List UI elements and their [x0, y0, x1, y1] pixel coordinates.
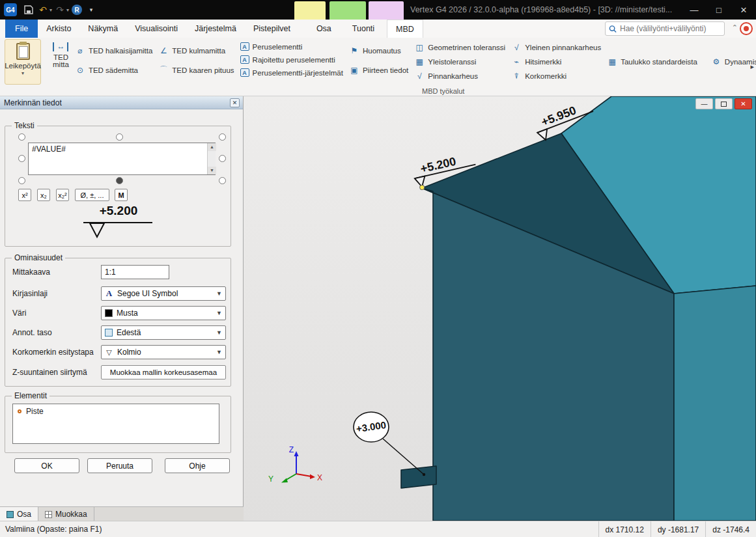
piirteen-tiedot-button[interactable]: ▣Piirteen tiedot [349, 65, 408, 75]
mittakaava-input[interactable] [101, 265, 169, 279]
point-icon [18, 409, 21, 413]
align-radio-top-left[interactable] [18, 133, 25, 141]
subsuperscript-button[interactable]: x₂² [56, 189, 69, 201]
peruselementti-jarjestelmat-button[interactable]: APeruselementti-järjestelmät [240, 68, 343, 77]
doc-close-button[interactable]: ✕ [735, 98, 752, 109]
align-radio-top-center[interactable] [116, 133, 123, 141]
tab-jarjestelma[interactable]: Järjestelmä [186, 20, 245, 38]
align-radio-bottom-right[interactable] [219, 177, 226, 184]
model-side-face[interactable] [674, 286, 756, 521]
rajoitettu-peruselementti-button[interactable]: ARajoitettu peruselementti [240, 55, 343, 64]
hitsimerkki-button[interactable]: ⌁Hitsimerkki [511, 57, 601, 66]
huomautus-button[interactable]: ⚑Huomautus [349, 46, 408, 55]
app-icon[interactable]: G4 [4, 3, 17, 16]
taulukko-standardeista-button[interactable]: ▦Taulukko standardeista [607, 57, 697, 66]
align-radio-top-right[interactable] [219, 133, 226, 141]
dx-readout: dx 1710.12 [598, 521, 651, 537]
m-button[interactable]: M [115, 189, 128, 201]
symbols-button[interactable]: Ø, ±, ... [75, 189, 109, 201]
ok-button[interactable]: OK [14, 458, 79, 473]
peruselementti-button[interactable]: APeruselementti [240, 42, 343, 51]
model-viewport[interactable]: +5.200 +5.950 +3.000 Z X Y — [244, 96, 756, 521]
yleinen-pinnankarheus-button[interactable]: √Yleinen pinnankarheus [511, 42, 601, 52]
ribbon-expand-icon[interactable]: ▸ [750, 62, 754, 71]
undo-icon[interactable]: ↶ [36, 2, 49, 18]
align-radio-middle-right[interactable] [219, 155, 226, 162]
annotation-preview-value: +5.200 [83, 204, 154, 218]
align-radio-middle-left[interactable] [18, 155, 25, 162]
pin-icon[interactable] [740, 22, 753, 35]
tab-visualisointi[interactable]: Visualisointi [126, 20, 186, 38]
annot-taso-select[interactable]: Edestä ▼ [101, 325, 226, 340]
list-item[interactable]: Piste [13, 404, 219, 419]
close-button[interactable]: ✕ [731, 0, 756, 20]
axis-label-y: Y [268, 475, 273, 484]
doc-restore-button[interactable] [715, 98, 733, 109]
refresh-icon[interactable]: R [70, 2, 83, 18]
yleistoleranssi-button[interactable]: ▦Yleistoleranssi [414, 57, 505, 66]
feature-info-icon: ▣ [349, 65, 359, 75]
dy-readout: dy -1681.17 [651, 521, 705, 537]
muokkaa-korkeusasemaa-button[interactable]: Muokkaa mallin korkeusasemaa [101, 365, 226, 379]
standards-table-icon: ▦ [607, 57, 617, 66]
ted-sademitta-button[interactable]: ⊙TED sädemitta [75, 65, 152, 75]
text-scrollbar[interactable]: ▲ ▼ [207, 143, 216, 174]
part-icon [7, 511, 14, 518]
mittakaava-label: Mittakaava [12, 268, 50, 277]
minimize-button[interactable]: — [682, 0, 707, 20]
customize-toolbar-icon[interactable]: ▾ [85, 2, 98, 18]
ted-kulmamitta-button[interactable]: ∠TED kulmamitta [158, 46, 234, 55]
geometrinen-toleranssi-button[interactable]: ◫Geometrinen toleranssi [414, 42, 505, 52]
paste-button[interactable]: Leikepöytä ▾ [5, 39, 41, 85]
ted-halkaisijamitta-button[interactable]: ⌀TED halkaisijamitta [75, 46, 152, 55]
korkomerkki-button[interactable]: ⍒Korkomerkki [511, 71, 601, 81]
redo-icon[interactable]: ↷ [53, 2, 66, 18]
dialog-close-icon[interactable]: ✕ [230, 98, 240, 107]
ted-mitta-button[interactable]: ↔ TED mitta [53, 39, 69, 85]
tab-file[interactable]: File [5, 20, 38, 38]
ted-kaaren-pituus-button[interactable]: ⌒TED kaaren pituus [158, 65, 234, 75]
korkomerkki-esitystapa-label: Korkomerkin esitystapa [12, 348, 94, 357]
vari-select[interactable]: Musta ▼ [101, 306, 226, 320]
kirjasinlaji-select[interactable]: A Segoe UI Symbol ▼ [101, 286, 226, 301]
korkomerkki-esitystapa-select[interactable]: ▽ Kolmio ▼ [101, 345, 226, 359]
quick-access-toolbar: ↶▾ ↷▾ R ▾ [22, 2, 98, 18]
vari-label: Väri [12, 309, 26, 318]
undo-dropdown-icon[interactable]: ▾ [49, 7, 52, 13]
save-icon[interactable] [22, 2, 35, 18]
doc-minimize-button[interactable]: — [695, 98, 713, 109]
tab-tuonti[interactable]: Tuonti [344, 20, 383, 38]
elementit-list[interactable]: Piste [12, 404, 219, 444]
scroll-down-icon[interactable]: ▼ [208, 167, 216, 174]
tab-osa[interactable]: Osa [308, 20, 340, 38]
help-button[interactable]: Ohje [165, 458, 230, 473]
search-box[interactable] [605, 21, 725, 36]
align-radio-bottom-center[interactable] [116, 177, 123, 184]
dialog-title-bar[interactable]: Merkinnän tiedot [0, 96, 243, 109]
redo-dropdown-icon[interactable]: ▾ [66, 7, 69, 13]
cancel-button[interactable]: Peruuta [87, 458, 152, 473]
tab-pistepilvet[interactable]: Pistepilvet [245, 20, 299, 38]
maximize-button[interactable]: □ [707, 0, 731, 20]
align-radio-bottom-left[interactable] [18, 177, 25, 184]
annotation-text-input[interactable]: #VALUE# [28, 143, 216, 175]
collapse-ribbon-icon[interactable]: ⌃ [732, 23, 738, 32]
tab-osa-bottom[interactable]: Osa [0, 507, 38, 521]
dialog-title: Merkinnän tiedot [4, 98, 62, 107]
elementit-group-label: Elementit [12, 391, 49, 400]
note-icon: ⚑ [349, 46, 359, 55]
tab-muokkaa-bottom[interactable]: Muokkaa [38, 507, 94, 521]
datum-icon: A [240, 42, 249, 51]
dynaaminen-button[interactable]: ⚙Dynaamis [711, 57, 756, 66]
tab-nakyma[interactable]: Näkymä [79, 20, 126, 38]
window-title: Vertex G4 2026 / 32.0.0-alpha (r196968-a… [410, 0, 672, 20]
dialog-bottom-tabs: Osa Muokkaa [0, 506, 244, 521]
search-input[interactable] [620, 24, 721, 33]
pinnankarheus-button[interactable]: √Pinnankarheus [414, 71, 505, 81]
tab-arkisto[interactable]: Arkisto [38, 20, 79, 38]
status-bar: Valmiina (Opaste: paina F1) dx 1710.12 d… [0, 521, 756, 537]
scroll-up-icon[interactable]: ▲ [208, 143, 216, 151]
superscript-button[interactable]: x² [18, 189, 31, 201]
subscript-button[interactable]: x₂ [37, 189, 50, 201]
tab-mbd[interactable]: MBD [387, 20, 423, 38]
